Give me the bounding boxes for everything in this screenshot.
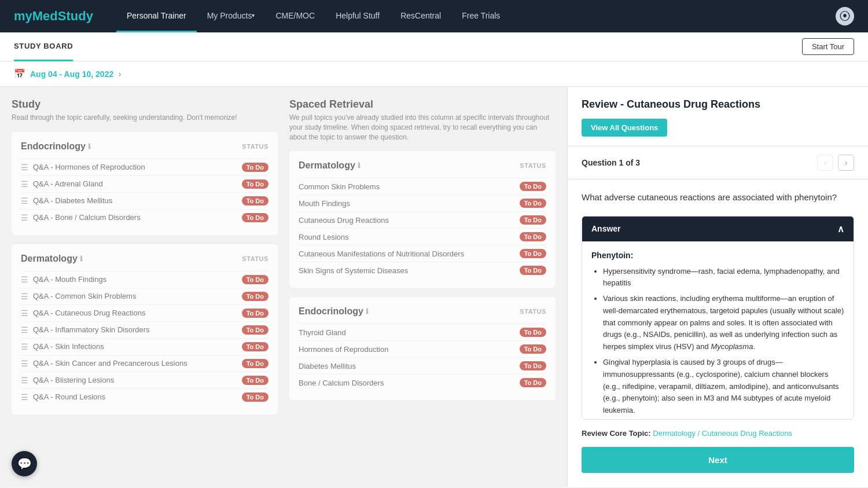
table-row[interactable]: Skin Signs of Systemic Diseases To Do (299, 262, 546, 278)
todo-badge: To Do (520, 199, 546, 208)
date-next-arrow[interactable]: › (118, 69, 121, 79)
topic-name: Q&A - Bone / Calcium Disorders (33, 213, 141, 222)
todo-badge: To Do (242, 376, 269, 385)
user-avatar[interactable]: ⦿ (836, 7, 854, 25)
topic-name: Q&A - Diabetes Mellitus (33, 196, 112, 205)
table-row[interactable]: Hormones of Reproduction To Do (299, 340, 546, 357)
todo-badge: To Do (242, 325, 269, 335)
question-nav: Question 1 of 3 ‹ › (568, 146, 868, 179)
nav-free-trials[interactable]: Free Trials (451, 0, 510, 32)
answer-toggle-icon[interactable]: ∧ (837, 223, 844, 234)
study-dermatology-card: Dermatology ℹ STATUS ☰Q&A - Mouth Findin… (12, 244, 278, 414)
study-board-title: STUDY BOARD (14, 32, 73, 61)
table-row[interactable]: Diabetes Mellitus To Do (299, 357, 546, 374)
topic-name: Cutaneous Manifestations of Nutritional … (299, 249, 464, 258)
topic-name: Q&A - Skin Infections (33, 342, 104, 351)
topic-name: Q&A - Adrenal Gland (33, 179, 103, 188)
table-row[interactable]: Bone / Calcium Disorders To Do (299, 374, 546, 391)
table-row[interactable]: ☰Q&A - Skin Infections To Do (21, 338, 269, 355)
view-all-questions-button[interactable]: View All Questions (582, 119, 667, 137)
table-row[interactable]: ☰Q&A - Skin Cancer and Precancerous Lesi… (21, 355, 269, 372)
table-row[interactable]: ☰Q&A - Inflammatory Skin Disorders To Do (21, 321, 269, 338)
list-item: Hypersensitivity syndrome—rash, facial e… (603, 266, 844, 290)
info-icon: ℹ (80, 255, 83, 263)
table-row[interactable]: ☰Q&A - Adrenal Gland To Do (21, 175, 269, 192)
topic-name: Skin Signs of Systemic Diseases (299, 266, 408, 275)
table-row[interactable]: ☰Q&A - Round Lesions To Do (21, 388, 269, 405)
table-row[interactable]: ☰Q&A - Cutaneous Drug Reactions To Do (21, 304, 269, 321)
date-bar: 📅 Aug 04 - Aug 10, 2022 › (0, 61, 868, 87)
nav-cme-moc[interactable]: CME/MOC (265, 0, 325, 32)
chat-bubble[interactable]: 💬 (12, 451, 37, 476)
topic-name: Hormones of Reproduction (299, 345, 388, 354)
todo-badge: To Do (520, 266, 546, 275)
todo-badge: To Do (242, 275, 269, 284)
review-core-label: Review Core Topic: (582, 429, 651, 438)
next-question-button[interactable]: › (838, 155, 854, 171)
table-row[interactable]: Round Lesions To Do (299, 228, 546, 245)
table-row[interactable]: ☰Q&A - Blistering Lesions To Do (21, 372, 269, 388)
todo-badge: To Do (520, 328, 546, 337)
todo-badge: To Do (520, 249, 546, 258)
study-dermatology-title: Dermatology ℹ (21, 254, 83, 264)
topic-name: Q&A - Blistering Lesions (33, 376, 114, 384)
topic-icon: ☰ (21, 275, 28, 284)
table-row[interactable]: Common Skin Problems To Do (299, 178, 546, 195)
nav-personal-trainer[interactable]: Personal Trainer (116, 0, 197, 32)
topic-name: Q&A - Common Skin Problems (33, 292, 136, 300)
next-button-container: Next (568, 447, 868, 487)
topic-icon: ☰ (21, 309, 28, 318)
topic-name: Q&A - Round Lesions (33, 392, 105, 401)
answer-section: Answer ∧ Phenytoin: Hypersensitivity syn… (582, 216, 854, 420)
table-row[interactable]: Cutaneous Manifestations of Nutritional … (299, 245, 546, 262)
todo-badge: To Do (520, 215, 546, 225)
study-board-header: STUDY BOARD Start Tour (0, 32, 868, 61)
topic-name: Q&A - Hormones of Reproduction (33, 163, 145, 171)
spaced-column-title: Spaced Retrieval (289, 98, 556, 111)
nav-my-products[interactable]: My Products ▾ (197, 0, 266, 32)
todo-badge: To Do (520, 344, 546, 354)
table-row[interactable]: ☰Q&A - Mouth Findings To Do (21, 271, 269, 288)
status-label: STATUS (520, 162, 546, 169)
status-label: STATUS (242, 255, 269, 262)
spaced-column-desc: We pull topics you've already studied in… (289, 113, 556, 142)
todo-badge: To Do (242, 359, 269, 368)
spaced-retrieval-column: Spaced Retrieval We pull topics you've a… (289, 98, 556, 475)
todo-badge: To Do (242, 309, 269, 318)
topic-icon: ☰ (21, 376, 28, 385)
spaced-endocrinology-card: Endocrinology ℹ STATUS Thyroid Gland To … (289, 297, 556, 400)
study-column-title: Study (12, 98, 278, 111)
todo-badge: To Do (242, 213, 269, 222)
topic-name: Q&A - Cutaneous Drug Reactions (33, 309, 145, 317)
table-row[interactable]: ☰Q&A - Common Skin Problems To Do (21, 288, 269, 304)
todo-badge: To Do (242, 196, 269, 206)
topic-name: Bone / Calcium Disorders (299, 379, 384, 387)
review-header: Review - Cutaneous Drug Reactions View A… (568, 87, 868, 146)
nav-helpful-stuff[interactable]: Helpful Stuff (325, 0, 390, 32)
question-nav-arrows: ‹ › (817, 155, 854, 171)
spaced-endocrinology-title: Endocrinology ℹ (299, 306, 369, 317)
table-row[interactable]: ☰Q&A - Diabetes Mellitus To Do (21, 192, 269, 209)
topic-name: Diabetes Mellitus (299, 362, 356, 370)
table-row[interactable]: Mouth Findings To Do (299, 195, 546, 211)
nav-my-products-label: My Products (207, 11, 252, 20)
logo-suffix: Study (58, 9, 93, 23)
table-row[interactable]: ☰Q&A - Hormones of Reproduction To Do (21, 159, 269, 175)
table-row[interactable]: Cutaneous Drug Reactions To Do (299, 211, 546, 228)
review-core-link[interactable]: Dermatology / Cutaneous Drug Reactions (653, 429, 792, 438)
topic-name: Q&A - Mouth Findings (33, 275, 106, 284)
table-row[interactable]: ☰Q&A - Bone / Calcium Disorders To Do (21, 209, 269, 226)
top-nav: myMedStudy Personal Trainer My Products … (0, 0, 868, 32)
todo-badge: To Do (242, 163, 269, 172)
previous-question-button[interactable]: ‹ (817, 155, 833, 171)
table-row[interactable]: Thyroid Gland To Do (299, 324, 546, 340)
topic-icon: ☰ (21, 292, 28, 301)
list-item: Gingival hyperplasia is caused by 3 grou… (603, 357, 844, 417)
topic-name: Round Lesions (299, 233, 349, 241)
next-button[interactable]: Next (582, 447, 854, 473)
topic-name: Mouth Findings (299, 199, 350, 208)
start-tour-button[interactable]: Start Tour (802, 38, 854, 55)
topic-icon: ☰ (21, 163, 28, 172)
study-column-header: Study Read through the topic carefully, … (12, 98, 278, 123)
nav-rescentral[interactable]: ResCentral (390, 0, 451, 32)
